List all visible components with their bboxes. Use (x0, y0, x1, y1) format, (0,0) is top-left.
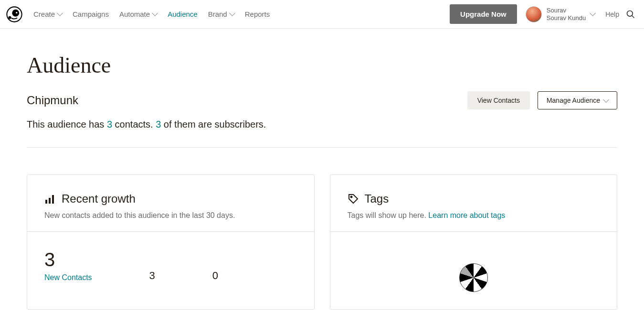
brand-logo[interactable] (6, 6, 23, 23)
svg-point-9 (350, 196, 352, 198)
nav-campaigns[interactable]: Campaigns (73, 10, 109, 18)
new-contacts-count: 3 (44, 249, 92, 271)
dashboard-cards: Recent growth New contacts added to this… (27, 174, 617, 310)
audience-actions: View Contacts Manage Audience (467, 91, 617, 109)
svg-point-2 (16, 11, 17, 13)
main-content: Audience Chipmunk View Contacts Manage A… (0, 29, 644, 310)
mailchimp-logo-icon (6, 6, 22, 22)
manage-audience-label: Manage Audience (547, 97, 600, 104)
nav-campaigns-label: Campaigns (73, 10, 109, 18)
tags-placeholder-image (459, 263, 488, 292)
tags-subtitle: Tags will show up here. Learn more about… (348, 211, 600, 220)
top-nav-bar: Create Campaigns Automate Audience Brand… (0, 0, 644, 29)
new-contacts-link[interactable]: New Contacts (44, 273, 92, 282)
bar-chart-icon (44, 193, 56, 205)
divider (27, 147, 617, 148)
nav-audience[interactable]: Audience (168, 10, 198, 18)
svg-rect-6 (45, 200, 47, 204)
search-icon[interactable] (626, 10, 635, 19)
growth-stat-b: 0 (212, 270, 218, 282)
page-title: Audience (27, 53, 617, 78)
audience-summary: This audience has 3 contacts. 3 of them … (27, 119, 617, 130)
svg-point-4 (627, 11, 633, 16)
audience-header-row: Chipmunk View Contacts Manage Audience (27, 91, 617, 109)
user-fullname: Sourav Kundu (547, 14, 586, 22)
chevron-down-icon (57, 10, 63, 16)
avatar (526, 6, 542, 22)
nav-create[interactable]: Create (33, 10, 62, 18)
manage-audience-button[interactable]: Manage Audience (538, 91, 617, 109)
nav-automate[interactable]: Automate (119, 10, 157, 18)
svg-point-3 (8, 16, 11, 19)
contacts-count[interactable]: 3 (107, 119, 112, 130)
nav-reports-label: Reports (245, 10, 270, 18)
primary-nav: Create Campaigns Automate Audience Brand… (33, 10, 270, 18)
growth-title: Recent growth (62, 192, 136, 206)
chevron-down-icon (229, 10, 235, 16)
help-link[interactable]: Help (605, 11, 619, 18)
card-header: Recent growth New contacts added to this… (27, 175, 314, 232)
subscribers-count[interactable]: 3 (156, 119, 161, 130)
growth-body: 3 New Contacts 3 0 (27, 232, 314, 299)
chevron-down-icon (603, 97, 609, 103)
tag-icon (348, 193, 359, 205)
audience-name: Chipmunk (27, 94, 78, 107)
svg-point-1 (12, 9, 19, 16)
user-text: Sourav Sourav Kundu (547, 7, 586, 22)
recent-growth-card: Recent growth New contacts added to this… (27, 174, 315, 310)
tags-card: Tags Tags will show up here. Learn more … (330, 174, 618, 310)
svg-line-5 (632, 15, 634, 18)
nav-reports[interactable]: Reports (245, 10, 270, 18)
growth-stat-a: 3 (149, 270, 155, 282)
chevron-down-icon (152, 10, 158, 16)
svg-rect-7 (49, 198, 51, 204)
view-contacts-button[interactable]: View Contacts (467, 91, 530, 109)
learn-more-tags-link[interactable]: Learn more about tags (428, 211, 505, 219)
user-menu[interactable]: Sourav Sourav Kundu (526, 6, 595, 22)
summary-text: of them are subscribers. (161, 119, 266, 130)
tags-sub-text: Tags will show up here. (348, 211, 429, 219)
summary-text: contacts. (112, 119, 156, 130)
nav-brand-label: Brand (208, 10, 227, 18)
nav-create-label: Create (33, 10, 55, 18)
summary-text: This audience has (27, 119, 107, 130)
tags-body (330, 232, 617, 309)
user-firstname: Sourav (547, 7, 586, 14)
growth-subtitle: New contacts added to this audience in t… (44, 211, 297, 220)
nav-automate-label: Automate (119, 10, 150, 18)
nav-brand[interactable]: Brand (208, 10, 234, 18)
card-header: Tags Tags will show up here. Learn more … (330, 175, 617, 232)
nav-audience-label: Audience (168, 10, 198, 18)
svg-rect-8 (52, 195, 54, 204)
upgrade-button[interactable]: Upgrade Now (450, 4, 517, 24)
chevron-down-icon (590, 10, 596, 16)
tags-title: Tags (365, 192, 389, 206)
